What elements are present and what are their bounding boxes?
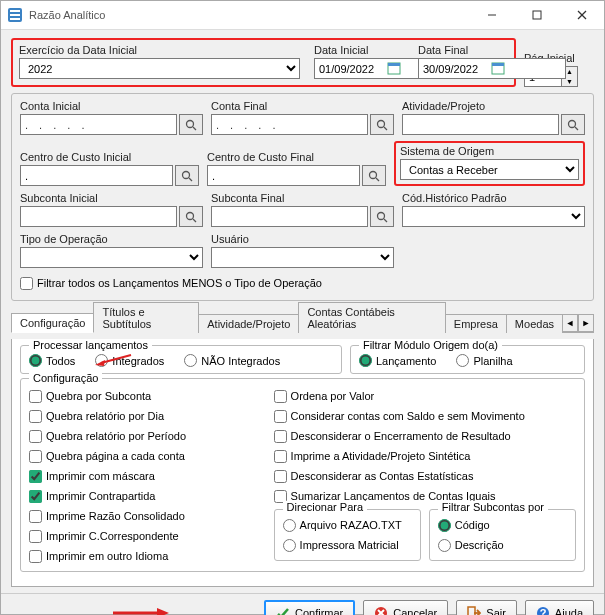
- centro-final-input[interactable]: [207, 165, 360, 186]
- tab-configuracao[interactable]: Configuração: [11, 313, 94, 333]
- close-button[interactable]: [559, 1, 604, 29]
- filters-fieldset: Conta Inicial Conta Final Atividade/Proj…: [11, 93, 594, 301]
- chk-ccorrespondente[interactable]: [29, 530, 42, 543]
- ajuda-button[interactable]: ? Ajuda: [525, 600, 594, 615]
- centro-final-label: Centro de Custo Final: [207, 151, 386, 163]
- exit-icon: [467, 606, 481, 615]
- search-icon: [567, 119, 579, 131]
- radio-planilha[interactable]: Planilha: [456, 354, 512, 367]
- check-icon: [276, 606, 290, 615]
- chk-atividade-sintetica[interactable]: [274, 450, 287, 463]
- minimize-button[interactable]: [469, 1, 514, 29]
- svg-line-21: [376, 178, 379, 181]
- filtrar-menos-label: Filtrar todos os Lançamentos MENOS o Tip…: [37, 277, 322, 289]
- svg-point-12: [187, 120, 194, 127]
- filtrar-modulo-legend: Filtrar Módulo Origem do(a): [359, 339, 502, 351]
- chk-quebra-pagina[interactable]: [29, 450, 42, 463]
- radio-lancamento[interactable]: Lançamento: [359, 354, 437, 367]
- sistema-origem-select[interactable]: Contas a Receber: [400, 159, 579, 180]
- svg-line-25: [384, 219, 387, 222]
- subconta-inicial-label: Subconta Inicial: [20, 192, 203, 204]
- centro-final-lookup[interactable]: [362, 165, 386, 186]
- calendar-icon[interactable]: [491, 61, 505, 75]
- svg-rect-5: [533, 11, 541, 19]
- subconta-inicial-input[interactable]: [20, 206, 177, 227]
- filtrar-menos-checkbox[interactable]: [20, 277, 33, 290]
- radio-impressora-matricial[interactable]: Impressora Matricial: [283, 536, 412, 554]
- tab-empresa[interactable]: Empresa: [445, 314, 507, 333]
- exercicio-label: Exercício da Data Inicial: [19, 44, 300, 56]
- atividade-lookup[interactable]: [561, 114, 585, 135]
- chk-desconsiderar-encerramento[interactable]: [274, 430, 287, 443]
- subconta-inicial-lookup[interactable]: [179, 206, 203, 227]
- tabpage-configuracao: Processar lançamentos Todos Integrados N…: [11, 339, 594, 587]
- exercicio-select[interactable]: 2022: [19, 58, 300, 79]
- radio-descricao[interactable]: Descrição: [438, 536, 567, 554]
- chk-imprimir-mascara[interactable]: [29, 470, 42, 483]
- search-icon: [368, 170, 380, 182]
- centro-inicial-lookup[interactable]: [175, 165, 199, 186]
- svg-line-17: [575, 127, 578, 130]
- svg-line-13: [193, 127, 196, 130]
- centro-inicial-label: Centro de Custo Inicial: [20, 151, 199, 163]
- svg-rect-11: [492, 63, 504, 66]
- subconta-final-lookup[interactable]: [370, 206, 394, 227]
- search-icon: [185, 119, 197, 131]
- cancel-icon: [374, 606, 388, 615]
- subconta-final-input[interactable]: [211, 206, 368, 227]
- cod-hist-label: Cód.Histórico Padrão: [402, 192, 585, 204]
- tipo-operacao-select[interactable]: [20, 247, 203, 268]
- chk-quebra-subconta[interactable]: [29, 390, 42, 403]
- tab-scroll-left[interactable]: ◄: [562, 314, 578, 332]
- chk-ordena-valor[interactable]: [274, 390, 287, 403]
- svg-rect-3: [10, 18, 20, 20]
- search-icon: [376, 211, 388, 223]
- chk-quebra-dia[interactable]: [29, 410, 42, 423]
- tab-scroll-right[interactable]: ►: [578, 314, 594, 332]
- chk-contas-estatisticas[interactable]: [274, 470, 287, 483]
- atividade-input[interactable]: [402, 114, 559, 135]
- confirmar-button[interactable]: Confirmar: [264, 600, 355, 615]
- radio-nao-integrados[interactable]: NÃO Integrados: [184, 354, 280, 367]
- maximize-button[interactable]: [514, 1, 559, 29]
- radio-codigo[interactable]: Código: [438, 516, 567, 534]
- chk-outro-idioma[interactable]: [29, 550, 42, 563]
- svg-marker-29: [157, 608, 169, 615]
- chk-imprimir-contrapartida[interactable]: [29, 490, 42, 503]
- tab-moedas[interactable]: Moedas: [506, 314, 563, 333]
- chk-quebra-periodo[interactable]: [29, 430, 42, 443]
- radio-todos[interactable]: Todos: [29, 354, 75, 367]
- svg-rect-2: [10, 14, 20, 16]
- svg-point-18: [183, 171, 190, 178]
- radio-arquivo-razao[interactable]: Arquivo RAZAO.TXT: [283, 516, 412, 534]
- centro-inicial-input[interactable]: [20, 165, 173, 186]
- sair-button[interactable]: Sair: [456, 600, 517, 615]
- tab-titulos[interactable]: Títulos e Subtítulos: [93, 302, 199, 333]
- titlebar: Razão Analítico: [1, 1, 604, 30]
- sistema-origem-label: Sistema de Origem: [400, 145, 579, 157]
- chk-razao-consolidado[interactable]: [29, 510, 42, 523]
- svg-line-19: [189, 178, 192, 181]
- conta-final-input[interactable]: [211, 114, 368, 135]
- tab-atividade[interactable]: Atividade/Projeto: [198, 314, 299, 333]
- subconta-final-label: Subconta Final: [211, 192, 394, 204]
- svg-point-22: [187, 212, 194, 219]
- usuario-select[interactable]: [211, 247, 394, 268]
- svg-point-16: [569, 120, 576, 127]
- cancelar-button[interactable]: Cancelar: [363, 600, 448, 615]
- conta-inicial-input[interactable]: [20, 114, 177, 135]
- cod-hist-select[interactable]: [402, 206, 585, 227]
- tab-contas-aleatorias[interactable]: Contas Contábeis Aleatórias: [298, 302, 445, 333]
- data-inicial-label: Data Inicial: [314, 44, 404, 56]
- chk-saldo-sem-mov[interactable]: [274, 410, 287, 423]
- data-final-label: Data Final: [418, 44, 508, 56]
- conta-final-lookup[interactable]: [370, 114, 394, 135]
- svg-rect-9: [388, 63, 400, 66]
- conta-inicial-lookup[interactable]: [179, 114, 203, 135]
- search-icon: [185, 211, 197, 223]
- conta-final-label: Conta Final: [211, 100, 394, 112]
- help-icon: ?: [536, 606, 550, 615]
- filtsub-legend: Filtrar Subcontas por: [438, 501, 548, 513]
- tabbar: Configuração Títulos e Subtítulos Ativid…: [11, 311, 594, 333]
- calendar-icon[interactable]: [387, 61, 401, 75]
